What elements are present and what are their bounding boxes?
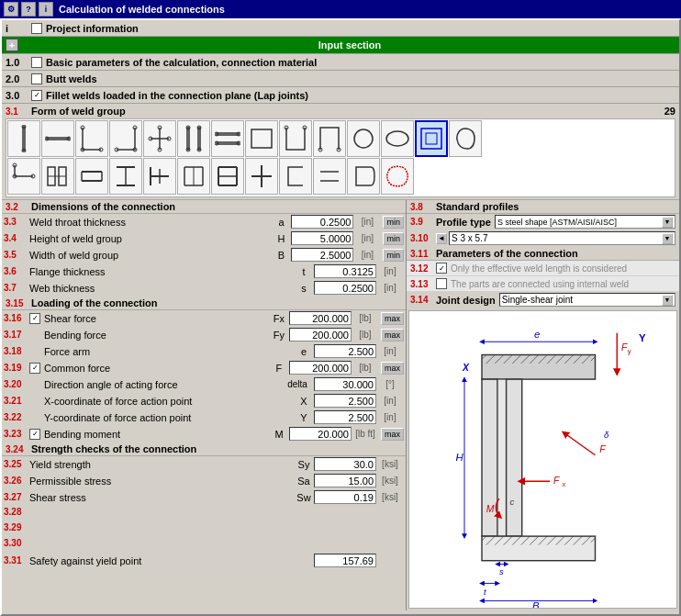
shape-11[interactable] bbox=[347, 120, 380, 157]
param-313-checkbox[interactable] bbox=[436, 278, 447, 289]
input-B[interactable] bbox=[291, 248, 353, 262]
shape-13[interactable] bbox=[415, 120, 448, 157]
dim-label: Dimensions of the connection bbox=[31, 201, 175, 212]
param-312-checkbox[interactable] bbox=[436, 263, 447, 274]
input-s[interactable] bbox=[314, 281, 376, 295]
shape-10[interactable] bbox=[313, 120, 346, 157]
gear-icon[interactable]: ⚙ bbox=[4, 2, 18, 17]
dropdown-arrow-3[interactable]: ▼ bbox=[662, 295, 673, 306]
input-a[interactable] bbox=[291, 215, 353, 229]
prev-profile-btn[interactable]: ◄ bbox=[436, 233, 447, 244]
input-H[interactable] bbox=[291, 231, 353, 245]
min-btn-35[interactable]: min bbox=[383, 249, 404, 262]
s10-checkbox[interactable] bbox=[31, 57, 42, 68]
dim-num: 3.2 bbox=[6, 202, 31, 212]
svg-text:x: x bbox=[562, 480, 565, 488]
shape-27[interactable] bbox=[211, 158, 244, 195]
section-20-row: 2.0 Butt welds bbox=[2, 71, 679, 87]
svg-rect-28 bbox=[251, 129, 272, 148]
input-Sy[interactable] bbox=[314, 457, 376, 471]
shape-6[interactable] bbox=[177, 120, 210, 157]
input-delta[interactable] bbox=[314, 377, 376, 391]
F-checkbox[interactable] bbox=[29, 363, 40, 374]
svg-rect-22 bbox=[217, 133, 239, 135]
shape-32[interactable] bbox=[381, 158, 414, 195]
shape-4[interactable] bbox=[109, 120, 142, 157]
str-num: 3.24 bbox=[6, 444, 31, 454]
shape-24[interactable] bbox=[109, 158, 142, 195]
cp-num: 3.11 bbox=[410, 249, 436, 259]
input-M[interactable] bbox=[289, 427, 352, 441]
dropdown-arrow-1[interactable]: ▼ bbox=[662, 217, 673, 228]
shape-26[interactable] bbox=[177, 158, 210, 195]
s30-checkbox[interactable] bbox=[31, 90, 42, 101]
shape-31[interactable] bbox=[347, 158, 380, 195]
shape-22[interactable] bbox=[41, 158, 74, 195]
M-checkbox[interactable] bbox=[29, 429, 40, 440]
shape-14[interactable] bbox=[449, 120, 482, 157]
max-btn-316[interactable]: max bbox=[381, 312, 404, 325]
shape-1[interactable] bbox=[7, 120, 40, 157]
title-text: Calculation of welded connections bbox=[59, 4, 225, 15]
shape-3[interactable] bbox=[75, 120, 108, 157]
expand-button[interactable]: + bbox=[6, 39, 18, 51]
joint-design-select[interactable]: Single-shear joint ▼ bbox=[499, 293, 675, 307]
svg-text:Y: Y bbox=[639, 332, 646, 343]
shape-9[interactable] bbox=[279, 120, 312, 157]
profile-dim-select[interactable]: S 3 x 5.7 ▼ bbox=[449, 231, 675, 245]
input-safety[interactable] bbox=[314, 554, 376, 567]
input-Fx[interactable] bbox=[289, 311, 352, 325]
profile-type-select[interactable]: S steel shape [ASTM/AISI/AISC] ▼ bbox=[495, 215, 675, 229]
s30-label: Fillet welds loaded in the connection pl… bbox=[46, 90, 308, 101]
shape-8[interactable] bbox=[245, 120, 278, 157]
input-Y[interactable] bbox=[314, 410, 376, 424]
shape-2[interactable] bbox=[41, 120, 74, 157]
shape-28[interactable] bbox=[245, 158, 278, 195]
input-Sw[interactable] bbox=[314, 490, 376, 504]
shape-23[interactable] bbox=[75, 158, 108, 195]
dropdown-arrow-2[interactable]: ▼ bbox=[662, 233, 673, 244]
max-btn-319[interactable]: max bbox=[381, 362, 404, 375]
main-container: i Project information + Input section 1.… bbox=[0, 18, 681, 616]
fx-checkbox[interactable] bbox=[29, 313, 40, 324]
svg-point-33 bbox=[354, 129, 373, 148]
input-Sa[interactable] bbox=[314, 474, 376, 487]
input-F[interactable] bbox=[289, 361, 352, 375]
svg-text:t: t bbox=[484, 587, 486, 597]
right-panel: 3.8 Standard profiles 3.9 Profile type S… bbox=[406, 200, 679, 610]
max-btn-323[interactable]: max bbox=[381, 428, 404, 441]
sp-num: 3.8 bbox=[410, 202, 436, 212]
input-t[interactable] bbox=[314, 264, 376, 278]
shape-21[interactable] bbox=[7, 158, 40, 195]
str-label: Strength checks of the connection bbox=[31, 443, 196, 454]
shape-29[interactable] bbox=[279, 158, 312, 195]
svg-text:c: c bbox=[509, 497, 514, 507]
input-X[interactable] bbox=[314, 394, 376, 408]
min-btn-33[interactable]: min bbox=[383, 216, 404, 229]
conn-params-header: 3.11 Parameters of the connection bbox=[407, 247, 679, 261]
str-row-327: 3.27 Shear stress Sw [ksi] bbox=[2, 489, 406, 506]
shape-5[interactable] bbox=[143, 120, 176, 157]
section-30-row: 3.0 Fillet welds loaded in the connectio… bbox=[2, 87, 679, 104]
shape-30[interactable] bbox=[313, 158, 346, 195]
project-info-checkbox[interactable] bbox=[31, 23, 42, 34]
param-313-label: The parts are connected using internal w… bbox=[451, 279, 629, 289]
section-num-31: 3.1 bbox=[6, 106, 31, 117]
svg-text:s: s bbox=[499, 566, 504, 577]
svg-text:e: e bbox=[534, 329, 540, 340]
info-icon[interactable]: i bbox=[39, 2, 53, 17]
svg-rect-3 bbox=[47, 138, 69, 140]
max-btn-317[interactable]: max bbox=[381, 329, 404, 342]
shape-25[interactable] bbox=[143, 158, 176, 195]
s20-checkbox[interactable] bbox=[31, 73, 42, 84]
help-icon[interactable]: ? bbox=[21, 2, 36, 17]
min-btn-34[interactable]: min bbox=[383, 232, 404, 245]
input-e[interactable] bbox=[314, 344, 376, 358]
shape-12[interactable] bbox=[381, 120, 414, 157]
project-info-row: i Project information bbox=[2, 20, 679, 37]
str-row-330: 3.30 bbox=[2, 537, 406, 553]
input-Fy[interactable] bbox=[289, 328, 352, 342]
profile-type-dropdown[interactable]: S steel shape [ASTM/AISI/AISC] ▼ bbox=[495, 215, 675, 229]
profile-dim-dropdown[interactable]: S 3 x 5.7 ▼ bbox=[449, 231, 675, 245]
shape-7[interactable] bbox=[211, 120, 244, 157]
